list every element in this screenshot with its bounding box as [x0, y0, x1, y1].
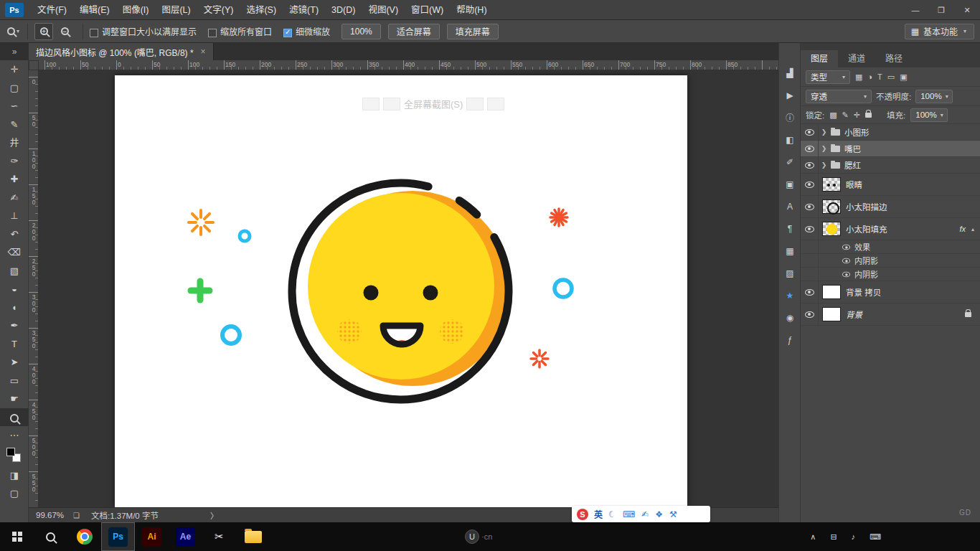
effect-row[interactable]: 内阴影: [801, 268, 980, 281]
eye-icon[interactable]: [842, 258, 850, 263]
filter-adjustment-icon[interactable]: ◑: [867, 72, 872, 81]
effect-name[interactable]: 效果: [854, 241, 870, 253]
layer-row[interactable]: 小太阳描边: [801, 196, 980, 218]
visibility-toggle[interactable]: [801, 174, 819, 195]
dodge-tool[interactable]: ◖: [0, 298, 29, 317]
layer-name[interactable]: 背景: [846, 309, 862, 320]
marquee-tool[interactable]: ▢: [0, 79, 29, 98]
pasteboard[interactable]: 全屏幕截图(S): [39, 70, 778, 507]
blend-mode-dropdown[interactable]: 穿透 ▾: [806, 90, 872, 103]
screen-mode-button[interactable]: ▢: [0, 484, 29, 503]
input-indicator-icon[interactable]: ⌨: [870, 532, 881, 542]
group-disclosure-icon[interactable]: ❯: [819, 145, 829, 152]
filter-type-icon[interactable]: T: [877, 72, 882, 81]
color-swatches[interactable]: [0, 445, 29, 466]
fx-collapse-icon[interactable]: ▴: [971, 226, 974, 232]
vertical-ruler[interactable]: 050100150200250300350400450500550: [29, 70, 39, 507]
menu-window[interactable]: 窗口(W): [405, 0, 450, 20]
zoom-all-checkbox[interactable]: [208, 29, 217, 37]
crop-tool[interactable]: 井: [0, 133, 29, 152]
close-button[interactable]: ✕: [954, 0, 980, 20]
move-tool[interactable]: ✛: [0, 60, 29, 79]
fill-dropdown[interactable]: 100% ▾: [910, 108, 948, 122]
layer-row-group[interactable]: ❯ 腮红: [801, 157, 980, 174]
path-selection-tool[interactable]: ➤: [0, 353, 29, 372]
effect-name[interactable]: 内阴影: [854, 268, 878, 280]
menu-image[interactable]: 图像(I): [116, 0, 156, 20]
quick-mask-button[interactable]: ◨: [0, 466, 29, 485]
layer-name[interactable]: 小图形: [844, 126, 870, 138]
menu-type[interactable]: 文字(Y): [197, 0, 240, 20]
visibility-toggle[interactable]: [801, 157, 819, 173]
layer-row-group-selected[interactable]: ❯ 嘴巴: [801, 141, 980, 157]
clone-source-icon[interactable]: ▣: [779, 173, 801, 195]
layer-name[interactable]: 小太阳描边: [846, 201, 887, 212]
layer-name[interactable]: 背景 拷贝: [846, 286, 881, 298]
taskbar-snipping-button[interactable]: ✂: [202, 522, 236, 551]
menu-help[interactable]: 帮助(H): [450, 0, 493, 20]
layer-row-group[interactable]: ❯ 小图形: [801, 124, 980, 141]
lock-transparency-icon[interactable]: ▩: [829, 110, 837, 120]
handwriting-icon[interactable]: ✍: [641, 509, 649, 519]
layer-row-background[interactable]: 背景: [801, 303, 980, 326]
skin-icon[interactable]: ❖: [655, 509, 663, 519]
workspace-switcher[interactable]: ▦ 基本功能 ▾: [905, 24, 974, 39]
quick-selection-tool[interactable]: ✎: [0, 116, 29, 134]
night-mode-icon[interactable]: ☾: [608, 509, 616, 519]
hand-tool[interactable]: ☛: [0, 390, 29, 408]
filter-smart-object-icon[interactable]: ▣: [900, 72, 907, 82]
fit-screen-button[interactable]: 适合屏幕: [388, 24, 440, 39]
zoom-100-button[interactable]: 100%: [341, 24, 381, 39]
menu-3d[interactable]: 3D(D): [325, 0, 362, 20]
expand-panels-icon[interactable]: »: [0, 43, 29, 60]
taskbar-illustrator-button[interactable]: Ai: [135, 522, 169, 551]
tool-preset-caret-icon[interactable]: ▾: [17, 28, 19, 34]
volume-icon[interactable]: ♪: [852, 532, 856, 541]
status-zoom-field[interactable]: 99.67%: [36, 511, 73, 519]
brush-tool[interactable]: ✍: [0, 189, 29, 207]
taskbar-aftereffects-button[interactable]: Ae: [169, 522, 202, 551]
ime-toolbar[interactable]: S 英 ☾⌨✍❖⚒: [572, 506, 710, 522]
lock-position-icon[interactable]: ✛: [854, 110, 860, 120]
effects-row[interactable]: 效果: [801, 240, 980, 254]
visibility-toggle[interactable]: [801, 281, 819, 303]
color-icon[interactable]: ◧: [779, 128, 801, 151]
effect-row[interactable]: 内阴影: [801, 254, 980, 268]
swatches-icon[interactable]: ▦: [779, 240, 801, 262]
type-tool[interactable]: T: [0, 335, 29, 354]
eye-icon[interactable]: [842, 244, 850, 250]
character-icon[interactable]: A: [779, 195, 801, 217]
status-scrubber-icon[interactable]: ❏: [73, 512, 80, 519]
visibility-toggle[interactable]: [801, 303, 819, 325]
effect-name[interactable]: 内阴影: [854, 255, 878, 266]
layer-name[interactable]: 腮红: [844, 159, 861, 171]
group-disclosure-icon[interactable]: ❯: [819, 128, 829, 136]
fx-badge[interactable]: fx: [959, 225, 966, 233]
layer-row[interactable]: 背景 拷贝: [801, 281, 980, 303]
layer-thumbnail[interactable]: [822, 307, 841, 321]
styles-icon[interactable]: ƒ: [779, 329, 801, 351]
layer-row[interactable]: 眼睛: [801, 174, 980, 196]
ime-language-indicator[interactable]: 英: [594, 508, 603, 520]
lock-all-icon[interactable]: [865, 113, 872, 118]
tab-channels[interactable]: 通道: [838, 50, 875, 67]
hidden-icons-chevron[interactable]: ∧: [810, 532, 816, 542]
layer-row[interactable]: 小太阳填充 fx ▴: [801, 218, 980, 240]
layer-thumbnail[interactable]: [822, 285, 841, 299]
brush-settings-icon[interactable]: ✐: [779, 151, 801, 173]
horizontal-ruler[interactable]: 1005005010015020025030035040045050055060…: [39, 60, 778, 70]
filter-shape-icon[interactable]: ▭: [887, 72, 895, 82]
zoom-in-button[interactable]: +: [34, 23, 53, 40]
eraser-tool[interactable]: ⌫: [0, 243, 29, 262]
lock-pixels-icon[interactable]: ✎: [842, 110, 849, 120]
zoom-tool[interactable]: [0, 408, 29, 427]
layer-name[interactable]: 小太阳填充: [846, 223, 887, 235]
layer-name[interactable]: 眼睛: [846, 179, 862, 190]
navigator-icon[interactable]: ▶: [779, 84, 801, 106]
taskbar-photoshop-button[interactable]: Ps: [101, 522, 135, 551]
layer-thumbnail[interactable]: [822, 199, 841, 214]
restore-button[interactable]: ❐: [928, 0, 954, 20]
healing-brush-tool[interactable]: ✚: [0, 170, 29, 189]
taskbar-browser-button[interactable]: [67, 522, 101, 551]
layer-thumbnail[interactable]: [822, 177, 841, 192]
